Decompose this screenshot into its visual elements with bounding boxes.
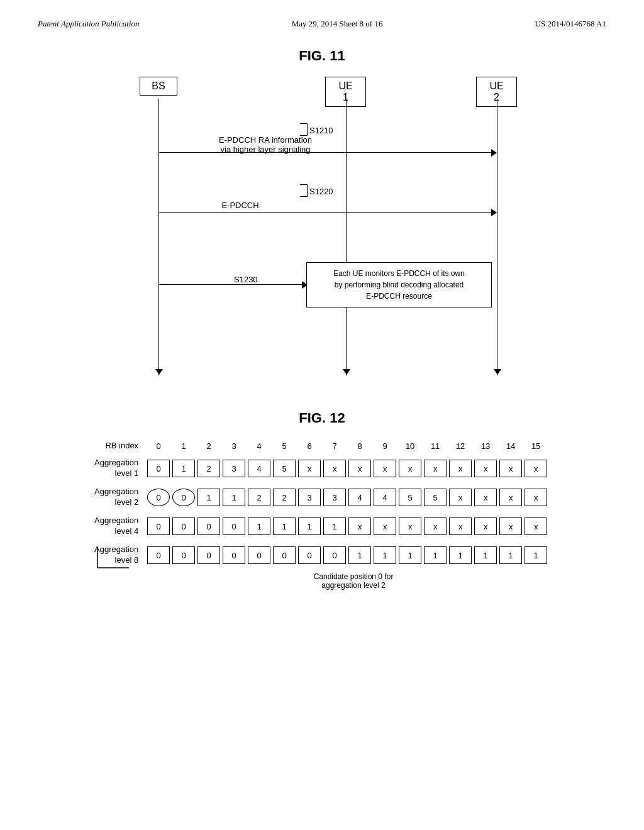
cell-r2-c8: x [347, 514, 372, 538]
rb-idx-9: 9 [372, 439, 397, 456]
cell-r1-c12: x [448, 485, 473, 509]
cell-r0-c13: x [473, 456, 498, 480]
candidate-brace-svg [91, 544, 167, 572]
cell-r2-c2: 0 [196, 514, 221, 538]
fig12-diagram: RB index 0 1 2 3 4 5 6 7 8 9 10 11 12 [38, 439, 606, 590]
rb-idx-2: 2 [196, 439, 221, 456]
cell-r0-c12: x [448, 456, 473, 480]
cell-r1-c7: 3 [322, 485, 347, 509]
s1230-arrow-line [159, 284, 307, 285]
cell-r1-c10: 5 [397, 485, 423, 509]
cell-r3-c12: 1 [448, 543, 473, 567]
agg-row-0: Aggregationlevel 1012345xxxxxxxxxx [94, 456, 548, 480]
cell-r0-c5: 5 [272, 456, 297, 480]
ue1-lifeline-arrow [343, 369, 350, 375]
cell-r3-c3: 0 [221, 543, 247, 567]
bs-lifeline-arrow [155, 369, 163, 375]
cell-r0-c9: x [372, 456, 397, 480]
cell-r0-c10: x [397, 456, 423, 480]
cell-r1-c0: 0 [146, 485, 171, 509]
cell-r3-c8: 1 [347, 543, 372, 567]
rb-idx-13: 13 [473, 439, 498, 456]
spacer-row-0 [94, 480, 548, 485]
rb-idx-3: 3 [221, 439, 247, 456]
cell-r1-c2: 1 [196, 485, 221, 509]
agg-row-2: Aggregationlevel 400001111xxxxxxxx [94, 514, 548, 538]
fig11-title: FIG. 11 [38, 48, 606, 64]
cell-r0-c1: 1 [171, 456, 196, 480]
cell-r1-c1: 0 [171, 485, 196, 509]
cell-r3-c11: 1 [423, 543, 448, 567]
step-s1210: S1210 [309, 126, 333, 135]
cell-r0-c7: x [322, 456, 347, 480]
rb-idx-7: 7 [322, 439, 347, 456]
cell-r2-c7: 1 [322, 514, 347, 538]
cell-r1-c14: x [498, 485, 523, 509]
cell-r3-c15: 1 [523, 543, 548, 567]
ue2-lifeline [497, 99, 497, 375]
msg1-arrow-head [491, 149, 497, 157]
s1220-brace [300, 184, 308, 197]
cell-r3-c6: 0 [297, 543, 322, 567]
cell-r2-c13: x [473, 514, 498, 538]
cell-r1-c6: 3 [297, 485, 322, 509]
cell-r0-c8: x [347, 456, 372, 480]
cell-r0-c6: x [297, 456, 322, 480]
msg2-arrow-head [491, 209, 497, 216]
cell-r3-c14: 1 [498, 543, 523, 567]
step-s1230: S1230 [234, 275, 258, 284]
step-s1220: S1220 [309, 187, 333, 196]
rb-index-label: RB index [94, 439, 146, 456]
cell-r2-c15: x [523, 514, 548, 538]
cell-r2-c12: x [448, 514, 473, 538]
fig11-diagram: BS UE 1 UE 2 S1210 E-PDCCH RA informatio… [77, 77, 567, 379]
rb-idx-0: 0 [146, 439, 171, 456]
header-right: US 2014/0146768 A1 [535, 19, 606, 29]
rb-idx-1: 1 [171, 439, 196, 456]
s1210-brace [300, 123, 308, 136]
rb-idx-14: 14 [498, 439, 523, 456]
cell-r0-c14: x [498, 456, 523, 480]
cell-r3-c5: 0 [272, 543, 297, 567]
rb-idx-10: 10 [397, 439, 423, 456]
candidate-note: Candidate position 0 for aggregation lev… [101, 572, 606, 590]
cell-r0-c3: 3 [221, 456, 247, 480]
cell-r2-c6: 1 [297, 514, 322, 538]
rb-index-row: RB index 0 1 2 3 4 5 6 7 8 9 10 11 12 [94, 439, 548, 456]
candidate-note-area: Candidate position 0 for aggregation lev… [94, 572, 606, 590]
agg-row-1: Aggregationlevel 2001122334455xxxx [94, 485, 548, 509]
cell-r2-c1: 0 [171, 514, 196, 538]
rb-idx-5: 5 [272, 439, 297, 456]
cell-r0-c4: 4 [247, 456, 272, 480]
header-left: Patent Application Publication [38, 19, 140, 29]
cell-r3-c13: 1 [473, 543, 498, 567]
msg2-arrow-line [159, 212, 496, 213]
ue2-lifeline-arrow [494, 369, 501, 375]
cell-r3-c9: 1 [372, 543, 397, 567]
cell-r2-c0: 0 [146, 514, 171, 538]
rb-idx-8: 8 [347, 439, 372, 456]
msg2-label: E-PDCCH [203, 201, 278, 210]
cell-r3-c1: 0 [171, 543, 196, 567]
agg-row-label-1: Aggregationlevel 2 [94, 485, 146, 509]
cell-r1-c9: 4 [372, 485, 397, 509]
cell-r1-c4: 2 [247, 485, 272, 509]
msg1-label: E-PDCCH RA information via higher layer … [203, 135, 328, 154]
cell-r2-c11: x [423, 514, 448, 538]
fig12-table-wrapper: RB index 0 1 2 3 4 5 6 7 8 9 10 11 12 [38, 439, 606, 590]
cell-r3-c10: 1 [397, 543, 423, 567]
cell-r2-c9: x [372, 514, 397, 538]
cell-r2-c14: x [498, 514, 523, 538]
cell-r3-c7: 0 [322, 543, 347, 567]
rb-idx-4: 4 [247, 439, 272, 456]
cell-r0-c2: 2 [196, 456, 221, 480]
page-header: Patent Application Publication May 29, 2… [38, 19, 606, 29]
spacer-row-2 [94, 538, 548, 543]
spacer-row-1 [94, 509, 548, 514]
cell-r3-c2: 0 [196, 543, 221, 567]
agg-row-label-2: Aggregationlevel 4 [94, 514, 146, 538]
cell-r0-c11: x [423, 456, 448, 480]
cell-r1-c13: x [473, 485, 498, 509]
cell-r1-c5: 2 [272, 485, 297, 509]
cell-r0-c0: 0 [146, 456, 171, 480]
